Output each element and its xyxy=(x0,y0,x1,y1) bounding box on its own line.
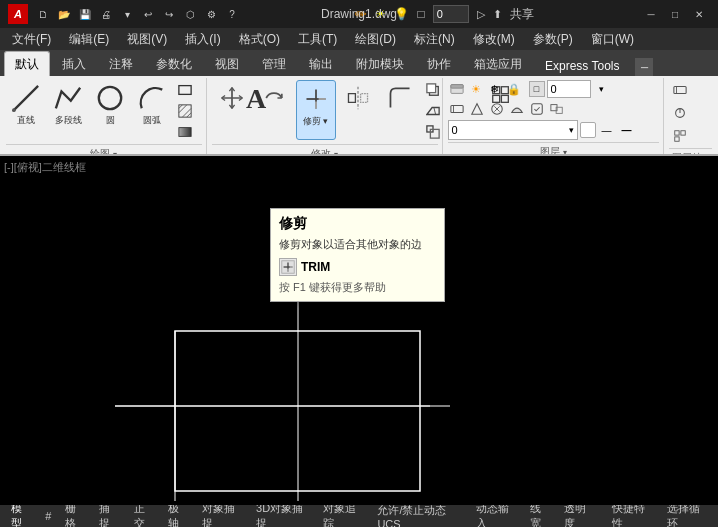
layer-icon5[interactable] xyxy=(528,100,546,118)
layer-color-btn[interactable] xyxy=(580,122,596,138)
properties-group: 图层特性 ▾ xyxy=(665,78,716,154)
layer-group-arrow: ▾ xyxy=(563,148,567,157)
menu-view[interactable]: 视图(V) xyxy=(119,29,175,50)
layer-freeze-btn[interactable]: ❄ xyxy=(486,80,504,98)
svg-marker-19 xyxy=(426,108,438,115)
tooltip-title: 修剪 xyxy=(279,215,436,233)
layer-dropdown[interactable]: 0 ▾ xyxy=(448,120,578,140)
trim-label: 修剪 ▾ xyxy=(303,115,329,128)
menu-tools[interactable]: 工具(T) xyxy=(290,29,345,50)
tooltip-hint: 按 F1 键获得更多帮助 xyxy=(279,280,436,295)
menu-param[interactable]: 参数(P) xyxy=(525,29,581,50)
trim-btn[interactable]: 修剪 ▾ xyxy=(296,80,336,140)
qa-more[interactable]: ▾ xyxy=(118,5,136,23)
arc-icon xyxy=(137,83,167,113)
new-btn[interactable]: 🗋 xyxy=(34,5,52,23)
tab-view[interactable]: 视图 xyxy=(204,51,250,76)
plot-btn[interactable]: ⬡ xyxy=(181,5,199,23)
move-btn[interactable] xyxy=(212,80,252,140)
draw-group-name: 绘图 xyxy=(90,147,110,156)
menu-file[interactable]: 文件(F) xyxy=(4,29,59,50)
props-group-label[interactable]: 图层特性 ▾ xyxy=(669,148,712,156)
arc-btn[interactable]: 圆弧 xyxy=(132,80,172,140)
num-input-title[interactable] xyxy=(433,5,469,23)
prop-btn1[interactable] xyxy=(669,80,718,100)
tab-output[interactable]: 输出 xyxy=(298,51,344,76)
svg-line-5 xyxy=(179,105,183,109)
trim-icon xyxy=(301,84,331,114)
menu-modify[interactable]: 修改(M) xyxy=(465,29,523,50)
tab-collab[interactable]: 协作 xyxy=(416,51,462,76)
circle-btn[interactable]: 圆 xyxy=(90,80,130,140)
ws-btn[interactable]: ⚙ xyxy=(202,5,220,23)
layer-icon1[interactable] xyxy=(448,100,466,118)
layer-num-input[interactable] xyxy=(547,80,591,98)
forward-icon: ▷ xyxy=(477,8,485,21)
polyline-label: 多段线 xyxy=(55,114,82,127)
print-btn[interactable]: 🖨 xyxy=(97,5,115,23)
menu-insert[interactable]: 插入(I) xyxy=(177,29,228,50)
open-btn[interactable]: 📂 xyxy=(55,5,73,23)
tab-manage[interactable]: 管理 xyxy=(251,51,297,76)
modify-group: 修剪 ▾ xyxy=(208,78,443,154)
layer-input-arrow[interactable]: ▾ xyxy=(593,80,611,98)
layer-group-content: ☀ ❄ 🔒 □ ▾ xyxy=(448,80,636,140)
modify-group-label[interactable]: 修改 ▾ xyxy=(212,144,438,156)
undo-btn[interactable]: ↩ xyxy=(139,5,157,23)
menu-edit[interactable]: 编辑(E) xyxy=(61,29,117,50)
layer-lineweight-btn[interactable]: — xyxy=(618,121,636,139)
tab-addons[interactable]: 附加模块 xyxy=(345,51,415,76)
line-btn[interactable]: 直线 xyxy=(6,80,46,140)
prop-btn2[interactable] xyxy=(669,103,718,123)
layer-linetype-btn[interactable]: — xyxy=(598,121,616,139)
polyline-btn[interactable]: 多段线 xyxy=(48,80,88,140)
rotate-btn[interactable] xyxy=(254,80,294,140)
layer-dropdown-value: 0 xyxy=(452,124,458,136)
tab-insert[interactable]: 插入 xyxy=(51,51,97,76)
tab-express[interactable]: Express Tools xyxy=(534,54,630,76)
color-swatch-white[interactable]: □ xyxy=(529,81,545,97)
menu-window[interactable]: 窗口(W) xyxy=(583,29,642,50)
menu-dim[interactable]: 标注(N) xyxy=(406,29,463,50)
mirror-btn[interactable] xyxy=(338,80,378,140)
layer-props-btn[interactable] xyxy=(448,80,466,98)
close-btn[interactable]: ✕ xyxy=(688,5,710,23)
menu-format[interactable]: 格式(O) xyxy=(231,29,288,50)
prop-btn3[interactable] xyxy=(669,126,718,146)
tab-selection[interactable]: 箱选应用 xyxy=(463,51,533,76)
copy-icon xyxy=(425,82,441,98)
draw-group-label[interactable]: 绘图 ▾ xyxy=(6,144,202,156)
layer-group-label[interactable]: 图层 ▾ xyxy=(448,142,659,156)
share-label[interactable]: 共享 xyxy=(510,6,534,23)
ribbon-panel: 直线 多段线 圆 xyxy=(0,76,718,156)
svg-rect-9 xyxy=(179,128,191,137)
layer-icon4[interactable] xyxy=(508,100,526,118)
help-icon[interactable]: ? xyxy=(223,5,241,23)
layer-icon6[interactable] xyxy=(548,100,566,118)
minimize-btn[interactable]: ─ xyxy=(640,5,662,23)
menu-draw[interactable]: 绘图(D) xyxy=(347,29,404,50)
layer-icon2[interactable] xyxy=(468,100,486,118)
status-ducs[interactable]: 允许/禁止动态UCS xyxy=(372,502,466,528)
redo-btn[interactable]: ↪ xyxy=(160,5,178,23)
save-btn[interactable]: 💾 xyxy=(76,5,94,23)
layer-sun-btn[interactable]: ☀ xyxy=(467,80,485,98)
rotate-icon xyxy=(259,83,289,113)
tab-annotation[interactable]: 注释 xyxy=(98,51,144,76)
layer-lock-btn[interactable]: 🔒 xyxy=(505,80,523,98)
app-icon: A xyxy=(8,4,28,24)
restore-btn[interactable]: □ xyxy=(664,5,686,23)
svg-rect-29 xyxy=(450,106,462,113)
status-hash[interactable]: # xyxy=(40,509,56,523)
layer-icon3[interactable] xyxy=(488,100,506,118)
minimize-ribbon-btn[interactable]: ─ xyxy=(635,58,653,76)
svg-rect-3 xyxy=(179,86,191,95)
svg-rect-22 xyxy=(430,129,439,138)
tab-default[interactable]: 默认 xyxy=(4,51,50,76)
circle-icon xyxy=(95,83,125,113)
svg-point-1 xyxy=(12,108,16,112)
tab-param[interactable]: 参数化 xyxy=(145,51,203,76)
fillet-btn[interactable] xyxy=(380,80,420,140)
canvas-area[interactable]: [-][俯视]二维线框 + 修剪 修剪对象以适合其他对象的边 xyxy=(0,156,718,505)
tooltip-popup: 修剪 修剪对象以适合其他对象的边 TRIM 按 F1 键获得更多帮助 xyxy=(270,208,445,302)
